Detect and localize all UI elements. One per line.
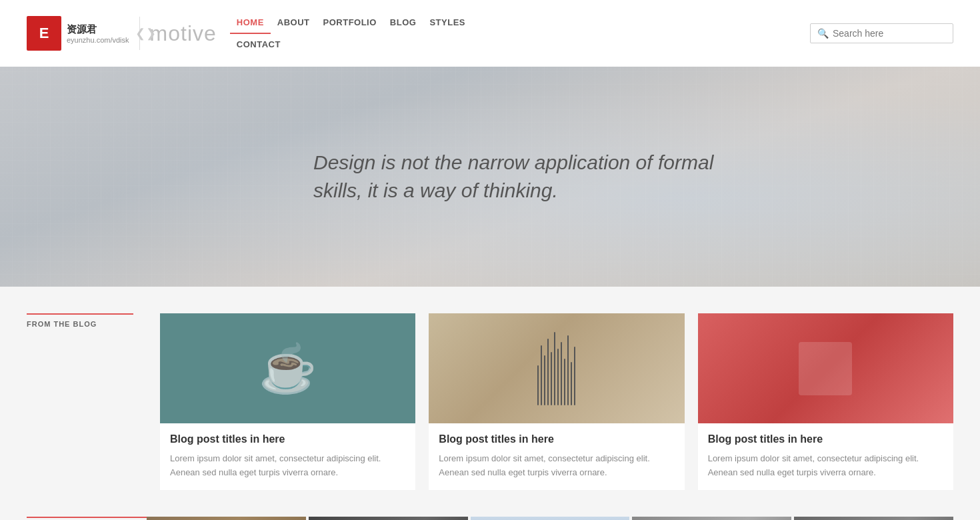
portrait-image xyxy=(309,517,468,520)
blog-title-1[interactable]: Blog post titles in here xyxy=(170,433,405,445)
projects-strip xyxy=(147,517,953,520)
projects-section-title: RECENT PROJECTS xyxy=(27,517,147,520)
project-thumb-tower[interactable] xyxy=(632,517,791,520)
blog-card-body-3: Blog post titles in here Lorem ipsum dol… xyxy=(698,423,953,490)
guitars-image xyxy=(147,517,306,520)
hero-quote: Design is not the narrow application of … xyxy=(313,149,740,205)
pink-texture-block xyxy=(799,342,852,395)
nav-portfolio[interactable]: PORTFOLIO xyxy=(317,12,383,34)
blog-image-3 xyxy=(698,313,953,423)
search-input[interactable] xyxy=(833,28,946,39)
blog-card-1[interactable]: ☕ Blog post titles in here Lorem ipsum d… xyxy=(160,313,415,490)
blog-grid: ☕ Blog post titles in here Lorem ipsum d… xyxy=(160,313,953,490)
tower-image xyxy=(632,517,791,520)
blog-image-1: ☕ xyxy=(160,313,415,423)
brand-name: 资源君 xyxy=(67,23,129,36)
main-nav: HOME ABOUT PORTFOLIO BLOG STYLES CONTACT xyxy=(217,12,810,55)
projects-sidebar: RECENT PROJECTS xyxy=(0,517,147,520)
blog-card-3[interactable]: Blog post titles in here Lorem ipsum dol… xyxy=(698,313,953,490)
spiky-plant-icon xyxy=(531,325,582,412)
logo-badge[interactable]: E xyxy=(27,16,61,51)
nav-blog[interactable]: BLOG xyxy=(383,12,423,34)
project-thumb-guitars[interactable] xyxy=(147,517,306,520)
hero-text-block: Design is not the narrow application of … xyxy=(300,135,753,218)
search-area[interactable]: 🔍 xyxy=(810,23,953,43)
building-image xyxy=(794,517,953,520)
header: E 资源君 eyunzhu.com/vdisk ❮❯ motive HOME A… xyxy=(0,0,980,67)
blog-card-body-1: Blog post titles in here Lorem ipsum dol… xyxy=(160,423,415,490)
blog-image-2 xyxy=(429,313,684,423)
logo-area: E 资源君 eyunzhu.com/vdisk ❮❯ motive xyxy=(27,16,217,51)
brand-sub: eyunzhu.com/vdisk xyxy=(67,36,129,44)
blog-section-title: FROM THE BLOG xyxy=(27,313,133,328)
arrow-icon: ❮❯ xyxy=(135,26,157,41)
coffee-cup-icon: ☕ xyxy=(259,341,317,396)
blog-excerpt-1: Lorem ipsum dolor sit amet, consectetur … xyxy=(170,452,405,480)
project-thumb-building[interactable] xyxy=(794,517,953,520)
hero-banner: Design is not the narrow application of … xyxy=(0,67,980,287)
main-content: FROM THE BLOG ☕ Blog post titles in here… xyxy=(0,287,980,503)
nav-row-2: CONTACT xyxy=(230,34,810,55)
nav-styles[interactable]: STYLES xyxy=(423,12,472,34)
project-thumb-water[interactable] xyxy=(471,517,630,520)
blog-card-body-2: Blog post titles in here Lorem ipsum dol… xyxy=(429,423,684,490)
search-icon: 🔍 xyxy=(817,28,829,39)
logo-motive[interactable]: ❮❯ motive xyxy=(150,21,217,46)
blog-card-2[interactable]: Blog post titles in here Lorem ipsum dol… xyxy=(429,313,684,490)
water-image xyxy=(471,517,630,520)
sidebar: FROM THE BLOG xyxy=(0,287,147,503)
nav-row-1: HOME ABOUT PORTFOLIO BLOG STYLES xyxy=(230,12,810,34)
nav-contact[interactable]: CONTACT xyxy=(230,34,287,55)
nav-about[interactable]: ABOUT xyxy=(271,12,317,34)
logo-text: 资源君 eyunzhu.com/vdisk xyxy=(67,23,129,44)
blog-title-2[interactable]: Blog post titles in here xyxy=(439,433,674,445)
project-thumb-portrait[interactable] xyxy=(309,517,468,520)
blog-excerpt-3: Lorem ipsum dolor sit amet, consectetur … xyxy=(708,452,943,480)
blog-title-3[interactable]: Blog post titles in here xyxy=(708,433,943,445)
projects-row: RECENT PROJECTS xyxy=(0,503,980,520)
blog-excerpt-2: Lorem ipsum dolor sit amet, consectetur … xyxy=(439,452,674,480)
blog-section: ☕ Blog post titles in here Lorem ipsum d… xyxy=(147,287,980,503)
nav-home[interactable]: HOME xyxy=(230,12,271,34)
